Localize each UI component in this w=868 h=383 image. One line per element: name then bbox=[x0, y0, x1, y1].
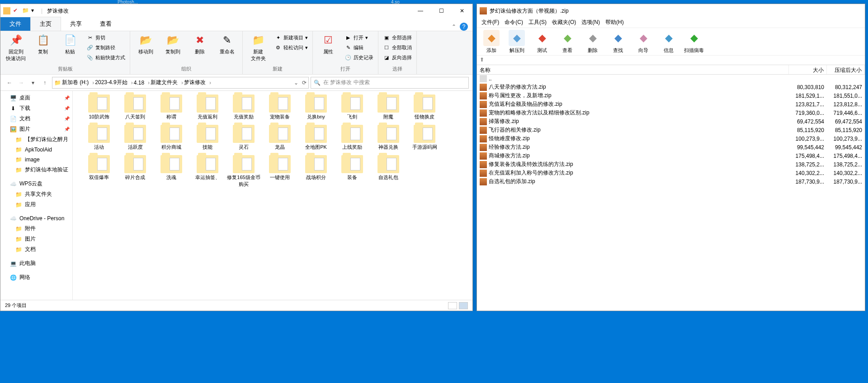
folder-item[interactable]: 10阶武饰 bbox=[82, 95, 116, 120]
folder-item[interactable]: 碎片合成 bbox=[118, 155, 152, 188]
rename-button[interactable]: ✎重命名 bbox=[214, 32, 240, 55]
nav-pane[interactable]: 🖥️桌面📌⬇下载📌📄文档📌🖼️图片📌📁【梦幻诛仙之醉月📁ApkToolAid📁i… bbox=[0, 91, 73, 300]
selectall-button[interactable]: ▣全部选择 bbox=[381, 33, 414, 42]
folder-item[interactable]: 八天签到 bbox=[118, 95, 152, 120]
tool-添加[interactable]: ◆添加 bbox=[481, 30, 502, 54]
folder-item[interactable]: 宠物装备 bbox=[263, 95, 297, 120]
list-item[interactable]: 自选礼包的添加.zip187,730,9...187,730,9... bbox=[477, 177, 865, 186]
newitem-button[interactable]: ✦新建项目▾ bbox=[273, 33, 310, 42]
nav-item[interactable]: 📁【梦幻诛仙之醉月 bbox=[0, 134, 72, 145]
maximize-button[interactable]: ☐ bbox=[431, 4, 452, 18]
folder-item[interactable]: 技能 bbox=[190, 125, 225, 151]
delete-button[interactable]: ✖删除 bbox=[187, 32, 212, 55]
copypath-button[interactable]: 🔗复制路径 bbox=[85, 43, 127, 52]
pin-quickaccess-button[interactable]: 📌固定到 快速访问 bbox=[3, 32, 28, 62]
menu-item[interactable]: 文件(F) bbox=[480, 18, 501, 28]
folder-item[interactable]: 灵石 bbox=[226, 125, 261, 151]
folder-item[interactable]: 上线奖励 bbox=[335, 125, 369, 151]
folder-item[interactable]: 兑换bny bbox=[299, 95, 333, 120]
winrar-titlebar[interactable]: 梦幻诛仙修改方面（带视频）.zip bbox=[477, 4, 865, 18]
folder-item[interactable]: 洗魂 bbox=[154, 155, 189, 188]
nav-item[interactable]: 🌐网络 bbox=[0, 272, 72, 283]
col-packed[interactable]: 压缩后大小 bbox=[827, 65, 865, 74]
menu-item[interactable]: 选项(N) bbox=[580, 18, 602, 28]
easyaccess-button[interactable]: ⚙轻松访问▾ bbox=[273, 43, 310, 52]
list-item[interactable]: 怪物难度修改.zip100,273,9...100,273,9... bbox=[477, 134, 865, 143]
tool-向导[interactable]: ◆向导 bbox=[632, 30, 654, 54]
nav-item[interactable]: ☁️OneDrive - Person bbox=[0, 213, 72, 223]
recent-button[interactable]: ▾ bbox=[28, 77, 38, 88]
folder-item[interactable]: 战场积分 bbox=[299, 155, 333, 188]
menu-item[interactable]: 帮助(H) bbox=[604, 18, 626, 28]
folder-item[interactable]: 幸运抽签、 bbox=[190, 155, 225, 188]
menu-item[interactable]: 工具(S) bbox=[527, 18, 548, 28]
nav-item[interactable]: ⬇下载📌 bbox=[0, 103, 72, 113]
folder-item[interactable]: 附魔 bbox=[371, 95, 406, 120]
col-size[interactable]: 大小 bbox=[789, 65, 827, 74]
nav-item[interactable]: 🖥️桌面📌 bbox=[0, 93, 72, 103]
breadcrumb[interactable]: 📁 新加卷 (H:) 2023-4.9开始 4.18 新建文件夹 梦诛修改 ⌄⟳ bbox=[52, 77, 309, 89]
forward-button[interactable]: → bbox=[16, 77, 27, 88]
explorer-titlebar[interactable]: ✔ 📁 ▾ | 梦诛修改 — ☐ ✕ bbox=[0, 4, 472, 18]
refresh-icon[interactable]: ⟳ bbox=[302, 80, 307, 86]
tool-查找[interactable]: ◆查找 bbox=[607, 30, 629, 54]
nav-item[interactable]: ☁️WPS云盘 bbox=[0, 179, 72, 189]
view-details-icon[interactable] bbox=[448, 302, 457, 309]
list-item[interactable]: 称号属性更改，及新增.zip181,529,1...181,551,0... bbox=[477, 91, 865, 100]
folder-item[interactable]: 神器兑换 bbox=[371, 125, 406, 151]
folder-item[interactable]: 手游源码网 bbox=[407, 125, 442, 151]
up-button[interactable]: ↑ bbox=[39, 77, 50, 88]
list-item-up[interactable]: .. bbox=[477, 75, 865, 83]
qat-folder-icon[interactable]: 📁 bbox=[22, 7, 29, 14]
folder-item[interactable]: 怪物换皮 bbox=[407, 95, 442, 120]
pasteshortcut-button[interactable]: 📎粘贴快捷方式 bbox=[85, 53, 127, 62]
qat-dropdown-icon[interactable]: ▾ bbox=[31, 7, 38, 14]
winrar-path[interactable]: ⬆ bbox=[477, 56, 865, 65]
list-item[interactable]: 飞行器的相关修改.zip85,115,92085,115,920 bbox=[477, 126, 865, 134]
folder-item[interactable]: 飞剑 bbox=[335, 95, 369, 120]
newfolder-button[interactable]: 📁新建 文件夹 bbox=[245, 32, 271, 62]
folder-item[interactable]: 活动 bbox=[82, 125, 116, 151]
close-button[interactable]: ✕ bbox=[452, 4, 472, 18]
search-input[interactable]: 🔍 在 梦诛修改 中搜索 bbox=[311, 77, 469, 89]
copy-button[interactable]: 📋复制 bbox=[30, 32, 56, 55]
nav-item[interactable]: 📁附件 bbox=[0, 223, 72, 234]
folder-item[interactable]: 活跃度 bbox=[118, 125, 152, 151]
folder-item[interactable]: 修复165级金币购买 bbox=[226, 155, 261, 188]
tab-share[interactable]: 共享 bbox=[61, 17, 91, 31]
list-item[interactable]: 修复装备洗魂及特效洗练的方法.zip138,725,2...138,725,2.… bbox=[477, 160, 865, 169]
view-large-icon[interactable] bbox=[459, 302, 468, 309]
folder-item[interactable]: 称谓 bbox=[154, 95, 189, 120]
list-item[interactable]: 在充值返利加入称号的修改方法.zip140,302,2...140,302,2.… bbox=[477, 169, 865, 177]
folder-item[interactable]: 全地图PK bbox=[299, 125, 333, 151]
winrar-list[interactable]: ..八天登录的修改方法.zip80,303,81080,312,247称号属性更… bbox=[477, 75, 865, 311]
menu-item[interactable]: 收藏夹(O) bbox=[550, 18, 578, 28]
folder-item[interactable]: 双倍爆率 bbox=[82, 155, 116, 188]
tool-信息[interactable]: ◆信息 bbox=[658, 30, 679, 54]
nav-item[interactable]: 📁image bbox=[0, 155, 72, 165]
folder-item[interactable]: 充值返利 bbox=[190, 95, 225, 120]
properties-button[interactable]: ☑属性 bbox=[316, 32, 341, 55]
tab-home[interactable]: 主页 bbox=[30, 17, 61, 31]
moveto-button[interactable]: 📂移动到 bbox=[133, 32, 158, 55]
tool-查看[interactable]: ◆查看 bbox=[557, 30, 578, 54]
qat-checkmark-icon[interactable]: ✔ bbox=[13, 7, 20, 14]
tool-扫描病毒[interactable]: ◆扫描病毒 bbox=[683, 30, 705, 54]
cut-button[interactable]: ✂剪切 bbox=[85, 33, 127, 42]
invert-button[interactable]: ◪反向选择 bbox=[381, 53, 414, 62]
nav-item[interactable]: 💻此电脑 bbox=[0, 258, 72, 269]
folder-item[interactable]: 龙晶 bbox=[263, 125, 297, 151]
nav-item[interactable]: 📁应用 bbox=[0, 199, 72, 210]
list-item[interactable]: 充值返利金额及物品的修改.zip123,821,7...123,812,8... bbox=[477, 100, 865, 109]
tool-解压到[interactable]: ◆解压到 bbox=[506, 30, 528, 54]
tab-view[interactable]: 查看 bbox=[91, 17, 121, 31]
copyto-button[interactable]: 📂复制到 bbox=[160, 32, 185, 55]
up-icon[interactable]: ⬆ bbox=[480, 57, 487, 64]
nav-item[interactable]: 🖼️图片📌 bbox=[0, 124, 72, 134]
list-item[interactable]: 八天登录的修改方法.zip80,303,81080,312,247 bbox=[477, 83, 865, 91]
nav-item[interactable]: 📁共享文件夹 bbox=[0, 189, 72, 199]
list-item[interactable]: 宠物的粗略修改方法以及精细修改区别.zip719,360,0...719,446… bbox=[477, 109, 865, 117]
nav-item[interactable]: 📁图片 bbox=[0, 234, 72, 244]
folder-item[interactable]: 装备 bbox=[335, 155, 369, 188]
nav-item[interactable]: 📁ApkToolAid bbox=[0, 145, 72, 155]
